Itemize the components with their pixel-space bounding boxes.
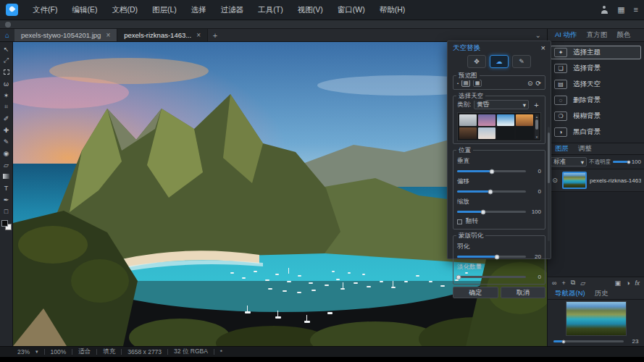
tab-navigator[interactable]: 导航器(N) — [551, 287, 590, 300]
move-tool[interactable]: ↖ — [1, 43, 12, 54]
clone-stamp-tool[interactable]: ◉ — [1, 148, 12, 159]
chevron-down-icon[interactable]: ⌄ — [535, 29, 547, 41]
tab-color[interactable]: 颜色 — [612, 29, 635, 41]
layer-thumbnail[interactable] — [562, 172, 587, 189]
cancel-button[interactable]: 取消 — [501, 287, 546, 298]
ai-action-select-subject[interactable]: ✦ 选择主题 — [551, 46, 641, 59]
eraser-tool[interactable]: ▱ — [1, 159, 12, 170]
hand-tool-icon[interactable]: ✥ — [467, 55, 486, 68]
eye-icon[interactable]: ⊙ — [527, 80, 533, 87]
layer-effects-icon[interactable]: fx — [635, 279, 640, 287]
zoom-fit-button[interactable]: 适合 — [78, 348, 91, 356]
sky-thumb-pale-sky[interactable] — [478, 127, 495, 139]
sky-thumb-blue-sky[interactable] — [497, 114, 514, 126]
grid-preview-icon[interactable]: ▦ — [473, 80, 482, 87]
account-icon[interactable] — [600, 6, 609, 14]
menu-select[interactable]: 选择 — [184, 3, 214, 17]
apps-icon[interactable]: ▦ — [617, 6, 624, 14]
new-folder-icon[interactable]: ▱ — [580, 279, 585, 287]
close-icon[interactable]: × — [541, 44, 545, 52]
menu-icon[interactable]: ≡ — [634, 6, 638, 14]
thumbnail-scrollbar[interactable]: ▴ ▾ — [535, 114, 539, 139]
flip-checkbox[interactable] — [457, 219, 462, 224]
sky-thumb-overcast[interactable] — [459, 114, 477, 126]
brush-tool[interactable]: ✎ — [1, 136, 12, 147]
sky-tool-icon[interactable]: ☁ — [490, 55, 509, 68]
tab-pexels-stywo[interactable]: pexels-stywo-1054201.jpg × — [14, 29, 117, 41]
app-logo-icon[interactable] — [6, 4, 18, 16]
offset-slider[interactable] — [457, 190, 526, 193]
fade-amount-slider[interactable] — [457, 276, 526, 278]
chevron-down-icon[interactable]: ▾ — [35, 349, 38, 355]
layer-mask-icon[interactable]: ▣ — [614, 279, 621, 287]
menu-layer[interactable]: 图层(L) — [145, 3, 184, 17]
eyedropper-tool[interactable]: ✐ — [1, 113, 12, 124]
shape-tool[interactable]: □ — [1, 206, 12, 216]
zoom-level[interactable]: 23% — [17, 348, 30, 355]
dialog-header[interactable]: 天空替换 × — [453, 43, 545, 53]
navigator-zoom-slider[interactable] — [553, 340, 624, 342]
marquee-select-tool[interactable] — [1, 67, 12, 77]
home-icon[interactable]: ⌂ — [0, 29, 14, 41]
single-preview-icon[interactable]: ▤ — [461, 80, 470, 87]
menu-tools[interactable]: 工具(T) — [251, 3, 290, 17]
dialog-scrollbar[interactable] — [548, 127, 550, 241]
navigator-thumbnail[interactable] — [566, 301, 627, 336]
menu-help[interactable]: 帮助(H) — [372, 3, 413, 17]
refresh-icon[interactable]: ⟳ — [535, 80, 541, 87]
gradient-tool[interactable] — [1, 171, 12, 182]
crop-tool[interactable]: ⌗ — [1, 101, 12, 112]
close-icon[interactable]: × — [106, 31, 110, 39]
menu-file[interactable]: 文件(F) — [25, 3, 64, 17]
tab-history[interactable]: 历史 — [590, 287, 613, 300]
zoom-fill-button[interactable]: 填充 — [103, 348, 115, 356]
sky-thumb-dark-dusk[interactable] — [459, 127, 477, 139]
color-swatches[interactable] — [1, 220, 12, 230]
pen-tool[interactable]: ✒ — [1, 194, 12, 205]
sky-thumb-orange-sunset[interactable] — [516, 114, 533, 126]
tab-pexels-rizknas[interactable]: pexels-rizknas-1463... × — [117, 29, 208, 41]
menu-filter[interactable]: 过滤器 — [214, 3, 251, 17]
link-layers-icon[interactable]: ∞ — [552, 279, 556, 287]
ok-button[interactable]: 确定 — [453, 287, 498, 298]
quick-select-tool[interactable]: ✶ — [1, 90, 12, 101]
ai-action-bw-background[interactable]: ◑ 黑白背景 — [551, 125, 641, 139]
zoom-100-button[interactable]: 100% — [51, 348, 67, 355]
ai-action-select-background[interactable]: ❏ 选择背景 — [551, 62, 641, 75]
ai-action-select-sky[interactable]: ▤ 选择天空 — [551, 77, 641, 91]
tab-ai-actions[interactable]: AI 动作 — [551, 29, 582, 41]
category-select[interactable]: 黄昏 ▾ — [474, 100, 529, 109]
scroll-down-icon[interactable]: ▾ — [536, 135, 538, 139]
tab-adjust[interactable]: 调整 — [574, 143, 596, 155]
layer-row[interactable]: ⊙ pexels-rizknas-1463375-28.. — [548, 169, 644, 192]
lasso-tool[interactable]: ω — [1, 78, 12, 89]
menu-document[interactable]: 文档(D) — [104, 3, 145, 17]
scrollbar-thumb[interactable] — [548, 132, 550, 183]
ai-action-blur-background[interactable]: ❍ 模糊背景 — [551, 109, 641, 123]
scale-slider[interactable] — [457, 211, 526, 213]
opacity-slider[interactable] — [613, 161, 629, 163]
vertical-slider[interactable] — [457, 170, 526, 172]
duplicate-layer-icon[interactable]: ⧉ — [571, 279, 575, 287]
close-icon[interactable]: × — [196, 31, 201, 39]
menu-window[interactable]: 窗口(W) — [330, 3, 372, 17]
new-tab-button[interactable]: + — [208, 29, 222, 41]
feather-slider[interactable] — [457, 256, 526, 258]
add-sky-button[interactable]: + — [532, 101, 541, 109]
transform-tool[interactable]: ⤢ — [1, 55, 12, 66]
blend-mode-select[interactable]: 标准 ▾ — [551, 157, 587, 167]
ai-action-remove-background[interactable]: ◌ 删除背景 — [551, 93, 641, 107]
foreground-color-swatch[interactable] — [1, 220, 8, 227]
scrollbar-thumb[interactable] — [535, 119, 538, 130]
new-layer-icon[interactable]: + — [561, 279, 565, 287]
heal-tool[interactable]: ✚ — [1, 125, 12, 135]
adjustment-layer-icon[interactable]: ◑ — [626, 279, 630, 287]
scroll-up-icon[interactable]: ▴ — [536, 114, 538, 119]
sky-brush-icon[interactable]: ✎ — [512, 55, 531, 68]
tool-options-icon[interactable] — [5, 22, 11, 28]
eye-icon[interactable]: ⊙ — [551, 177, 559, 184]
text-tool[interactable]: T — [1, 182, 12, 193]
menu-edit[interactable]: 编辑(E) — [64, 3, 104, 17]
menu-view[interactable]: 视图(V) — [290, 3, 330, 17]
tab-layers[interactable]: 图层 — [551, 143, 573, 155]
